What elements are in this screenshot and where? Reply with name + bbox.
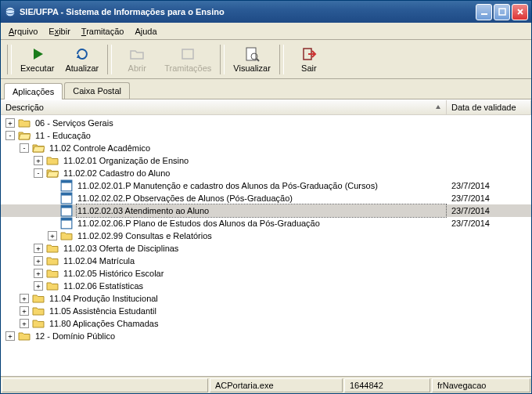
- tree-row[interactable]: +11.04 Produção Institucional: [1, 292, 531, 305]
- app-icon: [4, 5, 16, 18]
- collapse-toggle[interactable]: -: [20, 143, 29, 153]
- tree-row[interactable]: +11.02.06 Estatísticas: [1, 280, 531, 292]
- tree-item-label[interactable]: 11.04 Produção Institucional: [48, 292, 447, 305]
- menu-ajuda[interactable]: Ajuda: [130, 25, 161, 38]
- tree-item-label[interactable]: 11.05 Assistência Estudantil: [48, 305, 447, 317]
- tab-caixa-postal[interactable]: Caixa Postal: [64, 82, 130, 99]
- folder-icon: [60, 230, 73, 241]
- tree-item-date: 23/7/2014: [447, 204, 531, 217]
- folder-icon: [46, 243, 59, 254]
- status-number: 1644842: [344, 378, 430, 392]
- tree-row[interactable]: +11.02.03 Oferta de Disciplinas: [1, 242, 531, 255]
- toolbar-abrir[interactable]: Abrir: [115, 43, 159, 76]
- tree-view[interactable]: +06 - Serviços Gerais-11 - Educação-11.0…: [1, 115, 531, 376]
- toolbar-atualizar[interactable]: Atualizar: [59, 43, 104, 76]
- tree-row[interactable]: 11.02.02.01.P Manutenção e cadastro dos …: [1, 179, 531, 192]
- folder-icon: [46, 155, 59, 166]
- tree-item-label[interactable]: 11.02.03 Oferta de Disciplinas: [62, 242, 447, 255]
- expand-toggle[interactable]: +: [20, 294, 29, 303]
- close-button[interactable]: [512, 4, 528, 20]
- tree-row[interactable]: 11.02.02.03 Atendimento ao Aluno23/7/201…: [1, 204, 531, 217]
- folder-icon: [46, 268, 59, 279]
- tree-item-label[interactable]: 11.02.02.02.P Observações de Alunos (Pós…: [76, 192, 447, 204]
- tree-item-label[interactable]: 11.02.02.01.P Manutenção e cadastro dos …: [76, 179, 447, 192]
- tree-row[interactable]: +12 - Domínio Público: [1, 330, 531, 342]
- tree-row[interactable]: -11 - Educação: [1, 129, 531, 142]
- tree-item-label[interactable]: 11.02.02.06.P Plano de Estudos dos Aluno…: [76, 217, 447, 230]
- tree-item-label[interactable]: 06 - Serviços Gerais: [34, 117, 447, 129]
- svg-rect-17: [61, 205, 72, 208]
- tree-item-label[interactable]: 11.02.05 Histórico Escolar: [62, 267, 447, 280]
- tree-row[interactable]: -11.02 Controle Acadêmico: [1, 142, 531, 154]
- tree-item-date: 23/7/2014: [447, 217, 531, 230]
- content-area: Descrição Data de validade +06 - Serviço…: [1, 99, 531, 376]
- toolbar-grip: [7, 45, 12, 74]
- col-descricao[interactable]: Descrição: [1, 100, 447, 114]
- tree-row[interactable]: +11.05 Assistência Estudantil: [1, 305, 531, 317]
- svg-rect-6: [182, 49, 193, 59]
- window-title: SIE/UFPA - Sistema de Informações para o…: [20, 7, 476, 16]
- tree-item-label[interactable]: 11.02 Controle Acadêmico: [48, 142, 447, 154]
- toolbar: Executar Atualizar Abrir Tramitações Vis…: [1, 40, 531, 79]
- tree-row[interactable]: +11.02.05 Histórico Escolar: [1, 267, 531, 280]
- svg-marker-4: [34, 49, 43, 60]
- tree-row[interactable]: +11.02.02.99 Consultas e Relatórios: [1, 230, 531, 242]
- menu-tramitacao[interactable]: Tramitação: [77, 25, 129, 38]
- sort-asc-icon: [435, 104, 441, 110]
- document-icon: [60, 205, 73, 216]
- toolbar-sair[interactable]: Sair: [287, 43, 331, 76]
- play-icon: [30, 46, 45, 62]
- expand-toggle[interactable]: +: [34, 256, 43, 266]
- tree-row[interactable]: 11.02.02.02.P Observações de Alunos (Pós…: [1, 192, 531, 204]
- menu-arquivo[interactable]: Arquivo: [4, 25, 42, 38]
- tab-aplicacoes[interactable]: Aplicações: [4, 83, 63, 99]
- title-bar[interactable]: SIE/UFPA - Sistema de Informações para o…: [1, 1, 531, 23]
- folder-icon: [18, 117, 31, 128]
- tree-item-label[interactable]: 11.02.02 Cadastro do Aluno: [62, 167, 447, 179]
- toolbar-tramitacoes[interactable]: Tramitações: [159, 43, 217, 76]
- tree-row[interactable]: -11.02.02 Cadastro do Aluno: [1, 167, 531, 179]
- collapse-toggle[interactable]: -: [5, 131, 15, 140]
- expand-toggle[interactable]: +: [34, 156, 43, 165]
- preview-icon: [244, 46, 260, 62]
- expand-toggle[interactable]: +: [34, 269, 43, 278]
- tree-row[interactable]: +11.80 Aplicações Chamadas: [1, 317, 531, 330]
- expand-toggle[interactable]: +: [5, 118, 15, 128]
- tree-item-label[interactable]: 11.02.01 Organização de Ensino: [62, 154, 447, 167]
- tree-row[interactable]: +11.02.04 Matrícula: [1, 255, 531, 267]
- tree-row[interactable]: +06 - Serviços Gerais: [1, 117, 531, 129]
- menu-exibir[interactable]: Exibir: [44, 25, 75, 38]
- expand-toggle[interactable]: +: [5, 331, 15, 341]
- collapse-toggle[interactable]: -: [34, 168, 43, 178]
- status-exe: ACPortaria.exe: [210, 378, 343, 392]
- expand-toggle[interactable]: +: [20, 306, 29, 316]
- tree-row[interactable]: +11.02.01 Organização de Ensino: [1, 154, 531, 167]
- svg-marker-5: [77, 54, 81, 58]
- tree-item-label[interactable]: 12 - Domínio Público: [34, 330, 447, 342]
- col-data-validade[interactable]: Data de validade: [447, 100, 531, 114]
- expand-toggle[interactable]: +: [48, 231, 57, 240]
- expand-toggle[interactable]: +: [20, 319, 29, 328]
- toolbar-executar[interactable]: Executar: [15, 43, 59, 76]
- svg-marker-11: [436, 105, 440, 109]
- tree-item-label[interactable]: 11.02.06 Estatísticas: [62, 280, 447, 292]
- folder-open-icon: [18, 130, 31, 141]
- tree-item-label[interactable]: 11.02.02.03 Atendimento ao Aluno: [76, 204, 447, 218]
- tree-item-label[interactable]: 11.02.04 Matrícula: [62, 255, 447, 267]
- folder-icon: [46, 280, 59, 291]
- folder-open-icon: [32, 143, 45, 154]
- svg-line-9: [257, 59, 259, 61]
- expand-toggle[interactable]: +: [34, 244, 43, 253]
- toolbar-visualizar[interactable]: Visualizar: [228, 43, 276, 76]
- document-icon: [60, 193, 73, 204]
- tree-item-label[interactable]: 11.02.02.99 Consultas e Relatórios: [76, 230, 447, 242]
- document-icon: [60, 218, 73, 229]
- svg-rect-13: [61, 180, 72, 183]
- tree-item-label[interactable]: 11 - Educação: [34, 129, 447, 142]
- minimize-button[interactable]: [476, 4, 492, 20]
- expand-toggle[interactable]: +: [34, 281, 43, 291]
- tree-row[interactable]: 11.02.02.06.P Plano de Estudos dos Aluno…: [1, 217, 531, 230]
- flow-icon: [180, 46, 196, 62]
- maximize-button[interactable]: [494, 4, 510, 20]
- tree-item-label[interactable]: 11.80 Aplicações Chamadas: [48, 317, 447, 330]
